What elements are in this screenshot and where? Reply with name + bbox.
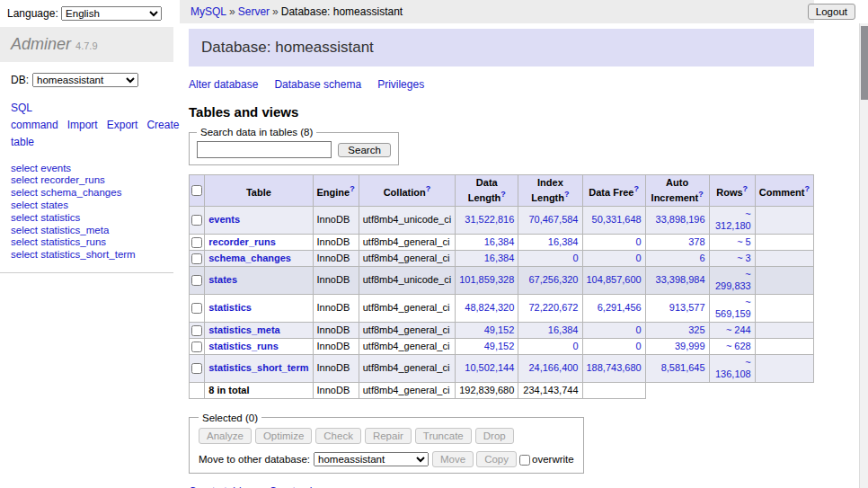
- rows-link[interactable]: ~ 569,159: [715, 297, 751, 319]
- table-name-link[interactable]: statistics_meta: [208, 324, 280, 335]
- sidebar-item-select-events[interactable]: select events: [11, 163, 71, 173]
- row-checkbox[interactable]: [191, 215, 202, 226]
- data-free-link[interactable]: 50,331,648: [592, 214, 642, 225]
- select-all-checkbox[interactable]: [191, 185, 202, 196]
- move-button[interactable]: Move: [432, 451, 474, 467]
- auto-increment-link[interactable]: 39,999: [675, 341, 705, 351]
- row-checkbox[interactable]: [191, 237, 202, 248]
- row-checkbox[interactable]: [191, 275, 202, 286]
- optimize-button[interactable]: Optimize: [255, 428, 312, 444]
- search-button[interactable]: Search: [338, 143, 390, 157]
- db-select[interactable]: homeassistant: [32, 73, 138, 87]
- data-length-link[interactable]: 10,502,144: [465, 362, 514, 373]
- column-help-link[interactable]: ?: [633, 184, 639, 193]
- table-name-link[interactable]: states: [208, 274, 237, 285]
- create-table-link[interactable]: Create table: [189, 485, 247, 488]
- data-length-link[interactable]: 101,859,328: [459, 274, 514, 285]
- table-name-link[interactable]: schema_changes: [208, 253, 291, 263]
- column-help-link[interactable]: ?: [426, 184, 431, 193]
- auto-increment-link[interactable]: 33,898,196: [656, 214, 705, 225]
- drop-button[interactable]: Drop: [475, 428, 514, 444]
- index-length-link[interactable]: 24,166,400: [528, 362, 578, 373]
- data-free-link[interactable]: 104,857,600: [587, 274, 642, 285]
- auto-increment-link[interactable]: 33,398,984: [656, 274, 705, 285]
- privileges-link[interactable]: Privileges: [377, 78, 424, 91]
- data-length-link[interactable]: 16,384: [484, 253, 515, 263]
- sidebar-item-select-statistics-short-term[interactable]: select statistics_short_term: [11, 249, 136, 260]
- rows-link[interactable]: ~ 299,833: [715, 269, 751, 291]
- index-length-link[interactable]: 16,384: [548, 236, 579, 247]
- index-length-link[interactable]: 70,467,584: [528, 214, 578, 225]
- column-help-link[interactable]: ?: [804, 184, 810, 193]
- table-name-link[interactable]: recorder_runs: [208, 236, 276, 247]
- move-db-select[interactable]: homeassistant: [314, 452, 429, 466]
- index-length-link[interactable]: 67,256,320: [528, 274, 578, 285]
- auto-increment-link[interactable]: 378: [688, 236, 704, 247]
- data-length-link[interactable]: 16,384: [484, 236, 515, 247]
- alter-database-link[interactable]: Alter database: [189, 78, 258, 91]
- data-free-link[interactable]: 188,743,680: [587, 362, 642, 373]
- search-input[interactable]: [197, 141, 332, 158]
- overwrite-checkbox[interactable]: [519, 455, 530, 466]
- rows-link[interactable]: ~ 628: [726, 341, 751, 351]
- column-help-link[interactable]: ?: [350, 184, 355, 193]
- scrollbar-thumb[interactable]: [861, 26, 868, 100]
- sidebar-item-select-statistics-runs[interactable]: select statistics_runs: [11, 236, 106, 247]
- export-link[interactable]: Export: [107, 119, 138, 131]
- sidebar-item-select-recorder-runs[interactable]: select recorder_runs: [11, 174, 105, 185]
- copy-button[interactable]: Copy: [476, 451, 517, 467]
- check-button[interactable]: Check: [315, 428, 361, 444]
- row-checkbox[interactable]: [191, 303, 202, 314]
- language-select[interactable]: English: [61, 6, 162, 21]
- logout-button[interactable]: Logout: [808, 4, 855, 20]
- column-help-link[interactable]: ?: [698, 190, 704, 199]
- sidebar-item-select-statistics[interactable]: select statistics: [11, 212, 80, 223]
- auto-increment-link[interactable]: 8,581,645: [661, 362, 705, 373]
- index-length-link[interactable]: 0: [572, 341, 578, 351]
- table-name-link[interactable]: events: [208, 214, 240, 225]
- import-link[interactable]: Import: [67, 119, 98, 131]
- database-schema-link[interactable]: Database schema: [274, 78, 361, 91]
- auto-increment-link[interactable]: 913,577: [669, 302, 705, 313]
- index-length-link[interactable]: 0: [572, 253, 578, 263]
- table-name-link[interactable]: statistics: [208, 302, 252, 313]
- row-checkbox[interactable]: [191, 325, 202, 336]
- truncate-button[interactable]: Truncate: [415, 428, 472, 444]
- data-free-link[interactable]: 0: [636, 324, 642, 335]
- data-length-link[interactable]: 49,152: [484, 341, 515, 351]
- rows-link[interactable]: ~ 244: [726, 324, 751, 335]
- row-checkbox[interactable]: [191, 253, 202, 264]
- create-view-link[interactable]: Create view: [269, 485, 325, 488]
- sidebar-item-select-states[interactable]: select states: [11, 200, 68, 210]
- data-length-link[interactable]: 48,824,320: [465, 302, 514, 313]
- analyze-button[interactable]: Analyze: [199, 428, 252, 444]
- sidebar-item-select-schema-changes[interactable]: select schema_changes: [11, 187, 121, 198]
- table-name-link[interactable]: statistics_runs: [208, 341, 279, 351]
- rows-link[interactable]: ~ 312,180: [715, 209, 751, 231]
- data-free-link[interactable]: 0: [636, 236, 642, 247]
- sidebar-item-select-statistics-meta[interactable]: select statistics_meta: [11, 225, 109, 235]
- data-free-link[interactable]: 6,291,456: [598, 302, 642, 313]
- data-free-link[interactable]: 0: [636, 341, 642, 351]
- column-help-link[interactable]: ?: [743, 184, 748, 193]
- auto-increment-link[interactable]: 325: [688, 324, 704, 335]
- data-length-link[interactable]: 49,152: [484, 324, 515, 335]
- index-length-link[interactable]: 16,384: [548, 324, 579, 335]
- row-checkbox[interactable]: [191, 363, 202, 374]
- column-help-link[interactable]: ?: [564, 190, 570, 199]
- rows-link[interactable]: ~ 3: [737, 253, 751, 263]
- auto-increment-link[interactable]: 6: [699, 253, 704, 263]
- index-length-link[interactable]: 72,220,672: [528, 302, 578, 313]
- table-name-link[interactable]: statistics_short_term: [208, 362, 308, 373]
- sql-command-link[interactable]: SQL command: [11, 102, 58, 131]
- rows-link[interactable]: ~ 5: [737, 236, 751, 247]
- data-length-link[interactable]: 31,522,816: [465, 214, 514, 225]
- data-free-link[interactable]: 0: [636, 253, 642, 263]
- scrollbar[interactable]: [859, 23, 868, 488]
- breadcrumb-server-link[interactable]: Server: [238, 5, 270, 18]
- rows-link[interactable]: ~ 136,108: [715, 357, 751, 379]
- column-help-link[interactable]: ?: [500, 190, 506, 199]
- breadcrumb-mysql-link[interactable]: MySQL: [190, 5, 226, 18]
- repair-button[interactable]: Repair: [365, 428, 412, 444]
- row-checkbox[interactable]: [191, 342, 202, 352]
